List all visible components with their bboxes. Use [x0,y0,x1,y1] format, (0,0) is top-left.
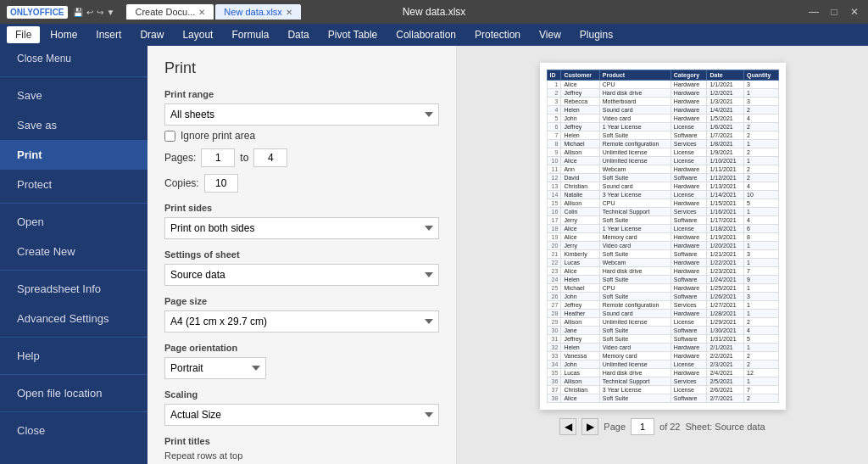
menu-data[interactable]: Data [279,26,317,43]
title-bar-left: ONLYOFFICE 💾 ↩ ↪ ▼ Create Docu... ✕ New … [7,4,301,20]
table-row: 26JohnSoft SuiteSoftware1/26/20213 [547,293,778,301]
file-menu-protect[interactable]: Protect [0,170,147,199]
close-button[interactable]: ✕ [848,5,861,19]
table-header-row: ID Customer Product Category Date Quanti… [547,70,778,81]
print-sides-select[interactable]: Print on both sides [164,217,439,239]
table-row: 18Alice1 Year LicenseLicense1/18/20216 [547,225,778,233]
page-number-input[interactable] [631,418,654,435]
table-row: 20JerryVideo cardHardware1/20/20211 [547,242,778,250]
table-row: 4HelenSound cardHardware1/4/20212 [547,106,778,115]
tab-new-data[interactable]: New data.xlsx ✕ [215,4,300,20]
app-logo: ONLYOFFICE [7,6,68,19]
file-menu-create-new[interactable]: Create New [0,237,147,266]
file-menu-spreadsheet-info[interactable]: Spreadsheet Info [0,274,147,304]
ignore-print-area-row: Ignore print area [164,130,439,142]
tab-create-doc[interactable]: Create Docu... ✕ [126,4,214,20]
menu-collaboration[interactable]: Collaboration [387,26,465,43]
file-menu-close[interactable]: Close Menu [0,46,147,73]
file-menu-help[interactable]: Help [0,341,147,371]
page-label: Page [604,422,626,432]
copies-label: Copies: [164,177,199,189]
preview-footer: ◀ ▶ Page of 22 Sheet: Source data [559,418,765,435]
file-menu-close-file[interactable]: Close [0,416,147,445]
print-range-select[interactable]: All sheets [164,103,439,126]
table-row: 38AliceSoft SuiteSoftware2/7/20212 [547,394,778,403]
print-panel: Print Print range All sheets Ignore prin… [147,46,457,464]
copies-input[interactable] [204,174,238,193]
next-page-button[interactable]: ▶ [581,418,598,435]
toolbar-icon-3: ↪ [97,8,103,17]
table-row: 12DavidSoft SuiteSoftware1/12/20212 [547,174,778,182]
pages-from-input[interactable] [201,148,235,167]
col-category: Category [670,70,707,81]
table-row: 8MichaelRemote configurationServices1/8/… [547,140,778,148]
page-orientation-label: Page orientation [164,343,439,353]
prev-page-button[interactable]: ◀ [559,418,576,435]
table-row: 6Jeffrey1 Year LicenseLicense1/6/20212 [547,123,778,131]
file-menu-print[interactable]: Print [0,140,147,170]
page-size-label: Page size [164,296,439,306]
menu-formula[interactable]: Formula [223,26,277,43]
separator-6 [0,411,147,412]
print-titles-label: Print titles [164,436,439,446]
col-customer: Customer [561,70,599,81]
file-menu-open[interactable]: Open [0,207,147,237]
of-label: of 22 [659,422,680,432]
menu-layout[interactable]: Layout [174,26,221,43]
scaling-label: Scaling [164,389,439,400]
ignore-print-area-checkbox[interactable] [164,131,175,142]
menu-insert[interactable]: Insert [87,26,130,43]
page-size-select[interactable]: A4 (21 cm x 29.7 cm) [164,310,439,333]
pages-label: Pages: [164,152,196,164]
toolbar-icon-2: ↩ [86,8,93,17]
scaling-select[interactable]: Actual Size [164,404,439,426]
col-date: Date [707,70,744,81]
file-menu-saveas[interactable]: Save as [0,110,147,140]
print-range-label: Print range [164,89,439,99]
file-menu-advanced-settings[interactable]: Advanced Settings [0,304,147,333]
file-menu-sidebar: Close Menu Save Save as Print Protect Op… [0,46,147,464]
tab-close-create-doc[interactable]: ✕ [198,8,205,17]
table-row: 3RebeccaMotherboardHardware1/3/20213 [547,98,778,106]
menu-draw[interactable]: Draw [131,26,172,43]
copies-row: Copies: [164,174,439,193]
page-orientation-select[interactable]: Portrait [164,357,266,379]
menu-pivot-table[interactable]: Pivot Table [320,26,386,43]
table-row: 27JeffreyRemote configurationServices1/2… [547,301,778,310]
file-menu-open-location[interactable]: Open file location [0,378,147,408]
settings-select[interactable]: Source data [164,264,439,286]
pages-to-label: to [240,152,248,164]
file-menu-save[interactable]: Save [0,81,147,110]
tab-close-new-data[interactable]: ✕ [286,8,292,17]
pages-row: Pages: to [164,148,439,167]
separator-5 [0,374,147,375]
table-row: 9AllisonUnlimited licenseLicense1/9/2021… [547,148,778,157]
table-row: 33VanessaMemory cardHardware2/2/20212 [547,352,778,361]
separator-3 [0,270,147,271]
settings-label: Settings of sheet [164,249,439,260]
menu-home[interactable]: Home [42,26,86,43]
table-row: 35LucasHard disk driveHardware2/4/202112 [547,369,778,377]
menu-file[interactable]: File [7,26,40,43]
table-row: 17JerrySoft SuiteSoftware1/17/20214 [547,216,778,225]
table-row: 34JohnUnlimited licenseLicense2/3/20212 [547,361,778,369]
app-body: Close Menu Save Save as Print Protect Op… [0,46,868,464]
table-row: 24HelenSoft SuiteSoftware1/24/20219 [547,276,778,284]
menu-view[interactable]: View [531,26,570,43]
menu-protection[interactable]: Protection [466,26,529,43]
table-row: 19AliceMemory cardHardware1/19/20218 [547,233,778,242]
maximize-button[interactable]: □ [827,5,841,19]
table-row: 10AliceUnlimited licenseLicense1/10/2021… [547,157,778,165]
toolbar-icon-1: 💾 [73,8,83,17]
menu-plugins[interactable]: Plugins [571,26,621,43]
table-row: 1AliceCPUHardware1/1/20213 [547,81,778,89]
col-id: ID [547,70,561,81]
table-row: 13ChristianSound cardHardware1/13/20214 [547,182,778,191]
separator-4 [0,337,147,338]
pages-to-input[interactable] [253,148,287,167]
minimize-button[interactable]: — [807,5,821,19]
col-quantity: Quantity [744,70,778,81]
table-row: 29AllisonUnlimited licenseLicense1/29/20… [547,318,778,327]
print-title: Print [164,59,439,77]
print-sides-label: Print sides [164,203,439,213]
